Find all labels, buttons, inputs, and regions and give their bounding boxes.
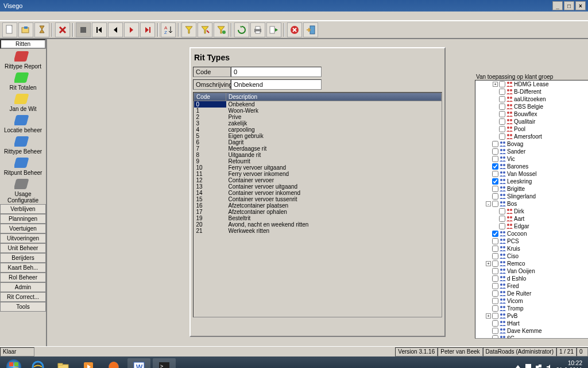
- tree-item[interactable]: Slingerland: [475, 193, 588, 200]
- tree-item[interactable]: B-Different: [475, 88, 588, 95]
- tree-checkbox[interactable]: [499, 111, 505, 117]
- tree-item[interactable]: +PvB: [475, 312, 588, 320]
- tree-checkbox[interactable]: [499, 223, 505, 229]
- table-row[interactable]: 5Eigen gebruik: [194, 133, 442, 139]
- tree-checkbox[interactable]: [492, 171, 498, 177]
- tree-checkbox[interactable]: [499, 103, 505, 110]
- tree-item[interactable]: Dirk: [475, 208, 588, 215]
- rit-types-table[interactable]: Code Description 0Onbekend1Woon-Werk2Pri…: [194, 93, 442, 234]
- stop-button[interactable]: [76, 22, 91, 37]
- tree-item[interactable]: Vicom: [475, 297, 588, 305]
- sidebar-icon-0[interactable]: Rittype Report: [0, 49, 46, 70]
- sidebar-icon-4[interactable]: Rittype Beheer: [0, 134, 46, 155]
- col-desc[interactable]: Description: [226, 93, 442, 101]
- sidebar-button-ritcorrect[interactable]: Rit Correct...: [0, 292, 46, 302]
- tree-checkbox[interactable]: [499, 208, 505, 214]
- tree-item[interactable]: Van Ooijen: [475, 267, 588, 275]
- tree-checkbox[interactable]: [492, 305, 498, 312]
- tree-checkbox[interactable]: [492, 148, 498, 155]
- sidebar-icon-2[interactable]: Jan de Wit: [0, 91, 46, 113]
- last-button[interactable]: [140, 22, 155, 37]
- tree-checkbox[interactable]: [492, 178, 498, 185]
- sidebar-button-planningen[interactable]: Planningen: [0, 214, 46, 224]
- tree-item[interactable]: 6G: [475, 335, 588, 339]
- taskbar-firefox[interactable]: [102, 358, 125, 368]
- tree-item[interactable]: Cocoon: [475, 230, 588, 237]
- tree-checkbox[interactable]: [492, 193, 498, 200]
- tree-checkbox[interactable]: [499, 118, 505, 125]
- tree-expand-icon[interactable]: +: [493, 82, 498, 87]
- tree-item[interactable]: Vic: [475, 155, 588, 163]
- first-button[interactable]: [92, 22, 107, 37]
- next-button[interactable]: [124, 22, 139, 37]
- table-row[interactable]: 2Prive: [194, 114, 442, 120]
- sidebar-button-admin[interactable]: Admin: [0, 282, 46, 292]
- table-row[interactable]: 19Besteltrit: [194, 215, 442, 221]
- table-row[interactable]: 6Dagrit: [194, 139, 442, 145]
- tree-item[interactable]: d Eshlo: [475, 275, 588, 282]
- tree-item[interactable]: Tromp: [475, 305, 588, 312]
- tree-checkbox[interactable]: [492, 231, 498, 237]
- tree-checkbox[interactable]: [492, 156, 498, 162]
- tray-flag-icon[interactable]: [525, 363, 532, 368]
- exit-button[interactable]: [303, 22, 318, 37]
- sidebar-icon-3[interactable]: Locatie beheer: [0, 113, 46, 134]
- tree-item[interactable]: De Ruiter: [475, 290, 588, 297]
- tree-expand-icon[interactable]: -: [486, 201, 491, 206]
- tree-item[interactable]: Sander: [475, 148, 588, 155]
- tree-item[interactable]: aaUitzoeken: [475, 95, 588, 103]
- tree-checkbox[interactable]: [499, 133, 505, 140]
- sidebar-button-voertuigen[interactable]: Voertuigen: [0, 224, 46, 233]
- table-row[interactable]: 9Retourrit: [194, 158, 442, 164]
- filter-edit-button[interactable]: [198, 22, 212, 37]
- table-row[interactable]: 0Onbekend: [194, 101, 442, 108]
- tree-expand-icon[interactable]: +: [486, 261, 491, 266]
- tree-checkbox[interactable]: [492, 253, 498, 259]
- tree-checkbox[interactable]: [499, 216, 505, 222]
- tree-item[interactable]: Leeskring: [475, 178, 588, 185]
- taskbar-console[interactable]: >_: [153, 358, 176, 368]
- table-row[interactable]: 21Werkweek ritten: [194, 228, 442, 234]
- filter-button[interactable]: [181, 22, 196, 37]
- open-button[interactable]: [18, 22, 33, 37]
- desc-input[interactable]: [231, 79, 322, 90]
- tree-item[interactable]: Ciso: [475, 252, 588, 260]
- tree-checkbox[interactable]: [492, 313, 498, 319]
- sidebar-icon-1[interactable]: Rit Totalen: [0, 70, 46, 91]
- tree-checkbox[interactable]: [492, 260, 498, 267]
- sort-button[interactable]: AZ: [161, 22, 176, 37]
- table-row[interactable]: 3zakelijk: [194, 120, 442, 126]
- tree-checkbox[interactable]: [492, 298, 498, 304]
- tree-checkbox[interactable]: [492, 335, 498, 339]
- hourglass-button[interactable]: [34, 22, 49, 37]
- tree-checkbox[interactable]: [499, 126, 505, 132]
- sidebar-icon-6[interactable]: Usage Configuratie: [0, 177, 46, 204]
- tree-item[interactable]: Dave Kemme: [475, 327, 588, 335]
- tree-item[interactable]: +Remco: [475, 260, 588, 267]
- tree-checkbox[interactable]: [499, 81, 505, 87]
- tree-item[interactable]: +HDMG Lease: [475, 80, 588, 88]
- table-row[interactable]: 17Afzetcontainer ophalen: [194, 209, 442, 215]
- tree-item[interactable]: Van Mossel: [475, 170, 588, 178]
- tree-checkbox[interactable]: [492, 283, 498, 289]
- sidebar-button-uitvoeringen[interactable]: Uitvoeringen: [0, 233, 46, 243]
- tree-checkbox[interactable]: [492, 186, 498, 192]
- tree-checkbox[interactable]: [492, 320, 498, 327]
- sidebar-section-ritten[interactable]: Ritten: [0, 39, 46, 49]
- close-button[interactable]: ×: [575, 1, 586, 10]
- delete-button[interactable]: [55, 22, 70, 37]
- table-row[interactable]: 12Container vervoer: [194, 177, 442, 183]
- taskbar-media[interactable]: [77, 358, 100, 368]
- tree-item[interactable]: Aart: [475, 215, 588, 223]
- clock[interactable]: 10:22 21-6-2011: [556, 360, 582, 368]
- tree-item[interactable]: CBS Belgie: [475, 103, 588, 110]
- export-button[interactable]: [266, 22, 281, 37]
- tree-item[interactable]: Qualitair: [475, 118, 588, 125]
- sidebar-button-unitbeheer[interactable]: Unit Beheer: [0, 243, 46, 253]
- tray-network-icon[interactable]: [535, 363, 542, 368]
- tree-checkbox[interactable]: [492, 201, 498, 207]
- tree-item[interactable]: Edgar: [475, 223, 588, 230]
- table-row[interactable]: 20Avond, nacht en weekend ritten: [194, 221, 442, 228]
- table-row[interactable]: 4carpooling: [194, 126, 442, 133]
- prev-button[interactable]: [108, 22, 123, 37]
